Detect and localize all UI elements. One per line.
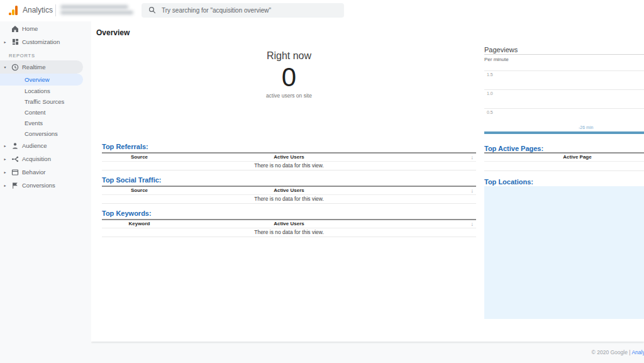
search-icon xyxy=(142,5,156,16)
sort-descending-icon[interactable]: ↓ xyxy=(401,186,476,194)
sidebar-item-realtime-locations[interactable]: Locations xyxy=(0,86,83,96)
top-referrals-section: Top Referrals: Source Active Users ↓ The… xyxy=(102,143,476,170)
sidebar-item-home[interactable]: Home xyxy=(0,22,83,35)
sidebar-item-acquisition[interactable]: ▸ Acquisition xyxy=(0,152,83,165)
sidebar-item-realtime-traffic-sources[interactable]: Traffic Sources xyxy=(0,96,83,107)
global-search[interactable] xyxy=(142,3,344,18)
top-social-traffic-section: Top Social Traffic: Source Active Users … xyxy=(102,176,476,204)
page-title: Overview xyxy=(96,28,130,37)
audience-person-icon xyxy=(10,142,20,150)
top-active-pages-table: Active Page xyxy=(484,152,644,171)
sidebar-item-audience[interactable]: ▸ Audience xyxy=(0,139,83,152)
sidebar-item-label: Behavior xyxy=(22,169,46,176)
expand-arrow-icon[interactable]: ▸ xyxy=(0,183,10,187)
left-nav: Home ▸ Customization REPORTS ▾ Realtime … xyxy=(0,21,91,363)
column-header-active-page[interactable]: Active Page xyxy=(484,153,644,161)
logo-bar-tall xyxy=(15,6,18,15)
top-locations-map[interactable] xyxy=(484,186,644,319)
sidebar-item-label: Locations xyxy=(25,87,50,94)
analytics-logo-icon[interactable] xyxy=(9,5,19,15)
account-selector-redacted[interactable] xyxy=(60,4,133,16)
expand-arrow-icon[interactable]: ▸ xyxy=(0,157,10,161)
sidebar-item-label: Content xyxy=(25,109,45,116)
column-header-source[interactable]: Source xyxy=(102,153,177,161)
sidebar-item-label: Realtime xyxy=(22,64,46,70)
sidebar-item-realtime-events[interactable]: Events xyxy=(0,118,83,128)
gridline xyxy=(484,108,644,109)
top-social-traffic-title[interactable]: Top Social Traffic: xyxy=(102,176,476,184)
acquisition-flow-icon xyxy=(10,155,20,163)
expand-arrow-icon[interactable]: ▸ xyxy=(0,170,10,174)
y-tick-1-0: 1.0 xyxy=(487,91,493,96)
top-keywords-section: Top Keywords: Keyword Active Users ↓ The… xyxy=(102,209,476,237)
redacted-property-line xyxy=(60,11,133,14)
sidebar-item-realtime-overview[interactable]: Overview xyxy=(0,74,83,86)
redacted-account-line xyxy=(60,5,128,9)
right-now-widget: Right now 0 active users on site xyxy=(102,50,476,99)
sidebar-item-realtime-conversions[interactable]: Conversions xyxy=(0,128,83,139)
gridline xyxy=(484,70,644,71)
app-name: Analytics xyxy=(23,6,53,14)
home-icon xyxy=(10,25,20,33)
logo-bar-mid xyxy=(12,9,14,15)
pageviews-per-minute-chart[interactable]: 1.5 1.0 0.5 -26 min xyxy=(484,60,644,134)
pageviews-title-rule xyxy=(484,54,644,55)
x-tick-minus-26-min: -26 min xyxy=(579,125,593,130)
sidebar-item-behavior[interactable]: ▸ Behavior xyxy=(0,165,83,179)
sidebar-item-conversions[interactable]: ▸ Conversions xyxy=(0,179,83,192)
sidebar-item-label: Customization xyxy=(22,38,60,45)
empty-state-text: There is no data for this view. xyxy=(102,161,476,170)
top-keywords-title[interactable]: Top Keywords: xyxy=(102,209,476,217)
y-tick-0-5: 0.5 xyxy=(487,110,493,114)
sidebar-item-label: Home xyxy=(22,25,38,32)
expand-arrow-icon[interactable]: ▸ xyxy=(0,40,10,44)
active-users-count: 0 xyxy=(102,64,476,91)
sidebar-item-customization[interactable]: ▸ Customization xyxy=(0,35,83,48)
sort-descending-icon[interactable]: ↓ xyxy=(401,153,476,161)
top-app-bar: Analytics xyxy=(0,0,644,21)
sidebar-item-realtime[interactable]: ▾ Realtime xyxy=(0,60,83,74)
sidebar-item-label: Conversions xyxy=(22,182,55,189)
column-header-active-users[interactable]: Active Users xyxy=(177,220,401,228)
top-referrals-title[interactable]: Top Referrals: xyxy=(102,143,476,150)
header-divider xyxy=(55,4,56,16)
top-active-pages-title[interactable]: Top Active Pages: xyxy=(484,145,543,152)
sidebar-item-label: Audience xyxy=(22,142,47,149)
top-social-traffic-table: Source Active Users ↓ There is no data f… xyxy=(102,186,476,204)
footer: © 2020 Google | Analyt xyxy=(592,349,644,355)
sidebar-item-realtime-content[interactable]: Content xyxy=(0,107,83,118)
expand-arrow-icon[interactable]: ▸ xyxy=(0,143,10,148)
gridline xyxy=(484,89,644,90)
right-now-title: Right now xyxy=(102,50,476,62)
collapse-arrow-icon[interactable]: ▾ xyxy=(0,65,10,69)
active-users-caption: active users on site xyxy=(102,92,476,99)
conversions-flag-icon xyxy=(10,182,20,189)
column-header-source[interactable]: Source xyxy=(102,186,177,194)
sidebar-item-label: Traffic Sources xyxy=(25,98,64,105)
sidebar-item-label: Acquisition xyxy=(22,155,51,162)
sidebar-item-label: Overview xyxy=(25,76,50,83)
logo-bar-dot xyxy=(9,13,11,15)
y-tick-1-5: 1.5 xyxy=(487,72,493,77)
customization-icon xyxy=(10,38,20,45)
pageviews-zero-baseline-bar xyxy=(484,131,644,134)
footer-copyright: © 2020 Google | xyxy=(592,349,631,355)
empty-row xyxy=(484,161,644,170)
pageviews-chart-title: Pageviews xyxy=(484,46,518,53)
search-input[interactable] xyxy=(162,7,331,14)
column-header-active-users[interactable]: Active Users xyxy=(177,186,401,194)
realtime-clock-icon xyxy=(10,64,20,71)
top-keywords-table: Keyword Active Users ↓ There is no data … xyxy=(102,219,476,237)
report-content-card: Overview Right now 0 active users on sit… xyxy=(91,21,644,342)
empty-state-text: There is no data for this view. xyxy=(102,228,476,237)
column-header-keyword[interactable]: Keyword xyxy=(102,220,177,228)
column-header-active-users[interactable]: Active Users xyxy=(177,153,401,161)
sort-descending-icon[interactable]: ↓ xyxy=(401,220,476,228)
sidebar-item-label: Events xyxy=(25,120,43,126)
empty-state-text: There is no data for this view. xyxy=(102,194,476,203)
footer-analytics-home-link[interactable]: Analyt xyxy=(631,349,644,355)
behavior-page-icon xyxy=(10,169,20,176)
analytics-realtime-overview-screen: Analytics Home ▸ Customization xyxy=(0,0,644,363)
sidebar-item-label: Conversions xyxy=(25,130,58,137)
top-locations-title[interactable]: Top Locations: xyxy=(484,178,533,186)
